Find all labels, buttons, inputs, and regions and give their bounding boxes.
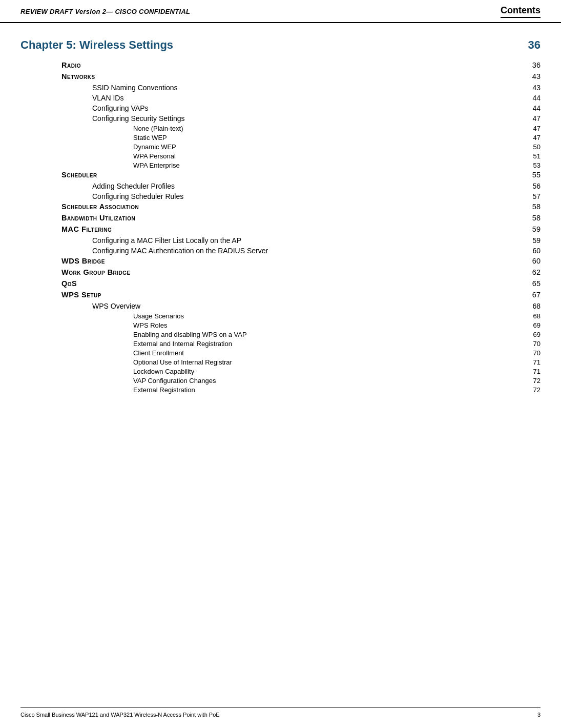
toc-entry: Configuring a MAC Filter List Locally on… — [20, 236, 541, 245]
toc-entry-page: 59 — [520, 236, 541, 245]
footer-text: Cisco Small Business WAP121 and WAP321 W… — [20, 712, 220, 718]
toc-entry: Adding Scheduler Profiles56 — [20, 182, 541, 190]
toc-entry: None (Plain-text)47 — [20, 125, 541, 132]
toc-entry-page: 58 — [520, 214, 541, 222]
toc-entry-text: WPA Personal — [133, 152, 520, 160]
toc-entry-page: 58 — [520, 203, 541, 211]
toc-entry: Configuring VAPs44 — [20, 104, 541, 112]
toc-entry-page: 71 — [520, 368, 541, 375]
toc-entry-page: 71 — [520, 358, 541, 366]
toc-entry-text: Configuring Scheduler Rules — [92, 192, 520, 200]
toc-entry: Configuring MAC Authentication on the RA… — [20, 247, 541, 255]
toc-entry: WDS Bridge60 — [20, 257, 541, 265]
toc-entry-text: Configuring Security Settings — [92, 114, 520, 123]
page-footer: Cisco Small Business WAP121 and WAP321 W… — [20, 707, 541, 718]
toc-entry-page: 65 — [520, 279, 541, 288]
chapter-title: Chapter 5: Wireless Settings — [20, 38, 173, 52]
toc-entry-page: 50 — [520, 143, 541, 151]
footer-page: 3 — [537, 712, 541, 718]
toc-entry-text: Static WEP — [133, 134, 520, 141]
toc-entry-text: Radio — [61, 61, 520, 69]
toc-entry-text: Bandwidth Utilization — [61, 214, 520, 222]
toc-entry: Static WEP47 — [20, 134, 541, 141]
toc-entry-page: 60 — [520, 247, 541, 255]
toc-entry-text: SSID Naming Conventions — [92, 84, 520, 92]
toc-entry: WPS Overview68 — [20, 302, 541, 310]
toc-entry-text: WDS Bridge — [61, 257, 520, 265]
toc-entry-page: 44 — [520, 94, 541, 102]
toc-entry-page: 60 — [520, 257, 541, 265]
page-container: REVIEW DRAFT Version 2— CISCO CONFIDENTI… — [0, 0, 561, 728]
toc-entry: Enabling and disabling WPS on a VAP69 — [20, 331, 541, 338]
toc-entry-page: 43 — [520, 72, 541, 80]
toc-entry-text: Networks — [61, 72, 520, 80]
toc-entry-page: 56 — [520, 182, 541, 190]
toc-entry: Bandwidth Utilization58 — [20, 214, 541, 222]
toc-entry-page: 53 — [520, 161, 541, 169]
toc-entry-page: 69 — [520, 331, 541, 338]
toc-entry: Scheduler55 — [20, 171, 541, 179]
toc-entry-page: 57 — [520, 192, 541, 200]
toc-entry-text: Optional Use of Internal Registrar — [133, 358, 520, 366]
toc-entry-text: Configuring VAPs — [92, 104, 520, 112]
toc-entry: SSID Naming Conventions43 — [20, 84, 541, 92]
toc-entry-text: WPA Enterprise — [133, 161, 520, 169]
toc-entry: WPS Setup67 — [20, 291, 541, 299]
toc-entry-text: Configuring a MAC Filter List Locally on… — [92, 236, 520, 245]
toc-entry-page: 55 — [520, 171, 541, 179]
toc-entry-text: None (Plain-text) — [133, 125, 520, 132]
toc-entry-text: Client Enrollment — [133, 349, 520, 357]
toc-entry-page: 72 — [520, 377, 541, 385]
header-draft-label: REVIEW DRAFT Version 2— CISCO CONFIDENTI… — [20, 8, 190, 15]
toc-entry-page: 62 — [520, 268, 541, 276]
toc-entry-text: Usage Scenarios — [133, 312, 520, 320]
toc-entry: WPA Enterprise53 — [20, 161, 541, 169]
toc-entry-page: 47 — [520, 134, 541, 141]
toc-entry-text: Configuring MAC Authentication on the RA… — [92, 247, 520, 255]
header-contents-label: Contents — [501, 5, 541, 18]
toc-entry-page: 68 — [520, 302, 541, 310]
toc-entry-page: 44 — [520, 104, 541, 112]
toc-entry-page: 36 — [520, 61, 541, 69]
toc-entry: External and Internal Registration70 — [20, 340, 541, 348]
chapter-page: 36 — [528, 38, 541, 52]
toc-entry: Dynamic WEP50 — [20, 143, 541, 151]
toc-entry-text: QoS — [61, 279, 520, 288]
toc-entry-page: 47 — [520, 125, 541, 132]
toc-entry-text: Adding Scheduler Profiles — [92, 182, 520, 190]
toc-entry: Optional Use of Internal Registrar71 — [20, 358, 541, 366]
toc-entry-page: 47 — [520, 114, 541, 123]
toc-entry: Client Enrollment70 — [20, 349, 541, 357]
toc-entry: Configuring Security Settings47 — [20, 114, 541, 123]
toc-entry-text: Enabling and disabling WPS on a VAP — [133, 331, 520, 338]
toc-entry-text: Lockdown Capability — [133, 368, 520, 375]
toc-entry-text: WPS Setup — [61, 291, 520, 299]
toc-entry-page: 67 — [520, 291, 541, 299]
toc-entry-text: VAP Configuration Changes — [133, 377, 520, 385]
toc-entry: WPS Roles69 — [20, 321, 541, 329]
toc-entry-page: 59 — [520, 225, 541, 233]
toc-container: Radio36Networks43SSID Naming Conventions… — [20, 61, 541, 394]
toc-entry-text: Scheduler Association — [61, 203, 520, 211]
toc-entry-page: 68 — [520, 312, 541, 320]
toc-entry: MAC Filtering59 — [20, 225, 541, 233]
toc-entry-text: External Registration — [133, 386, 520, 394]
toc-entry-page: 70 — [520, 349, 541, 357]
chapter-heading: Chapter 5: Wireless Settings 36 — [20, 38, 541, 52]
toc-entry: Configuring Scheduler Rules57 — [20, 192, 541, 200]
toc-entry: Lockdown Capability71 — [20, 368, 541, 375]
toc-entry-page: 69 — [520, 321, 541, 329]
toc-entry-text: External and Internal Registration — [133, 340, 520, 348]
toc-entry: Networks43 — [20, 72, 541, 80]
toc-entry: Work Group Bridge62 — [20, 268, 541, 276]
toc-entry: Usage Scenarios68 — [20, 312, 541, 320]
toc-entry-text: Scheduler — [61, 171, 520, 179]
toc-entry: VLAN IDs44 — [20, 94, 541, 102]
toc-entry-text: Work Group Bridge — [61, 268, 520, 276]
toc-entry: Scheduler Association58 — [20, 203, 541, 211]
toc-entry-text: MAC Filtering — [61, 225, 520, 233]
toc-entry-text: WPS Roles — [133, 321, 520, 329]
toc-entry: Radio36 — [20, 61, 541, 69]
toc-entry-page: 51 — [520, 152, 541, 160]
toc-entry: QoS65 — [20, 279, 541, 288]
